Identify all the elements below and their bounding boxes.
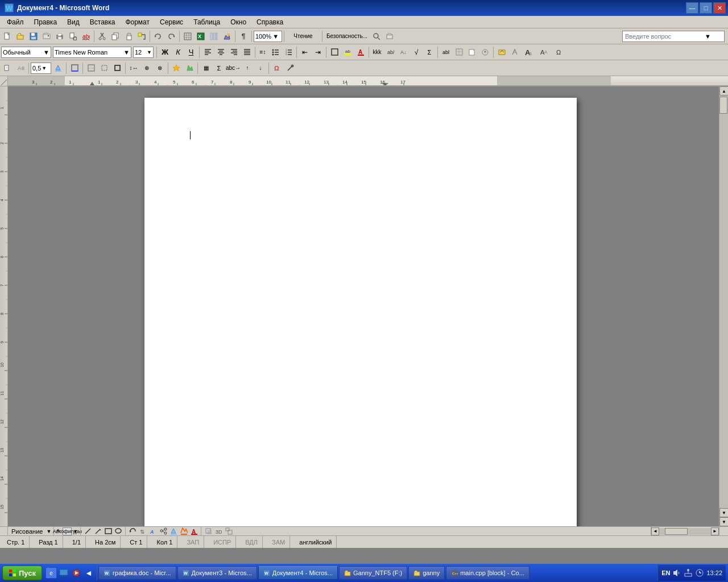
- tb3-btn9[interactable]: [170, 62, 183, 74]
- taskbar-doc3[interactable]: W Документ3 - Micros...: [177, 566, 257, 580]
- print-button[interactable]: [53, 30, 66, 43]
- h-scroll-thumb[interactable]: [665, 528, 688, 535]
- cut-button[interactable]: [96, 30, 109, 43]
- preview-button[interactable]: [67, 30, 79, 43]
- help-dropdown-arrow[interactable]: ▼: [705, 33, 711, 40]
- scroll-right-button[interactable]: ►: [711, 527, 719, 535]
- scroll-thumb[interactable]: [719, 97, 727, 114]
- tb3-btn3[interactable]: [85, 62, 97, 74]
- taskbar-main[interactable]: C++ main.cpp [block] - Co...: [446, 566, 530, 580]
- tb3-btn5[interactable]: [111, 62, 123, 74]
- redo-button[interactable]: [165, 30, 177, 43]
- increase-indent-button[interactable]: ⇥: [312, 46, 324, 59]
- scroll-down-button[interactable]: ▼: [719, 508, 728, 517]
- align-justify-button[interactable]: [241, 46, 253, 59]
- align-center-button[interactable]: [214, 46, 227, 59]
- ellipse-tool[interactable]: [114, 527, 123, 535]
- misc-btn1[interactable]: [383, 30, 396, 43]
- flip-tool[interactable]: ⇅: [138, 527, 147, 535]
- scroll-down2-button[interactable]: ▼: [719, 517, 728, 526]
- taskbar-grafika[interactable]: W графика.doc - Micr...: [98, 566, 176, 580]
- style-arrow[interactable]: ▼: [43, 49, 49, 56]
- fmt-misc3[interactable]: [466, 46, 478, 59]
- menu-insert[interactable]: Вставка: [85, 16, 120, 28]
- scroll-left-button[interactable]: ◄: [651, 527, 659, 535]
- line-spacing-button[interactable]: ≡↕: [257, 46, 268, 59]
- align-right-button[interactable]: [228, 46, 240, 59]
- start-button[interactable]: Пуск: [2, 566, 42, 580]
- fmt-misc1[interactable]: abl: [440, 46, 452, 59]
- quick-arrow[interactable]: ◄: [83, 567, 94, 579]
- tb3-btn8[interactable]: ⊗: [154, 62, 166, 74]
- security-button[interactable]: Безопасность...: [324, 30, 370, 43]
- h-scroll-track[interactable]: [659, 528, 711, 535]
- menu-help[interactable]: Справка: [252, 16, 288, 28]
- font-dropdown[interactable]: Times New Roman ▼: [53, 47, 131, 58]
- line-color-draw-btn[interactable]: [179, 527, 188, 535]
- tb3-btn6[interactable]: ↕↔: [127, 62, 140, 74]
- rect-tool[interactable]: [104, 527, 113, 535]
- drawing-button[interactable]: [221, 30, 233, 43]
- fmt-misc6[interactable]: [508, 46, 521, 59]
- undo-button[interactable]: [152, 30, 164, 43]
- fmt-misc5[interactable]: [495, 46, 508, 59]
- quick-ie[interactable]: e: [46, 567, 57, 579]
- tb3-btn10[interactable]: [183, 62, 196, 74]
- help-input[interactable]: [625, 33, 705, 40]
- size-arrow[interactable]: ▼: [147, 49, 152, 55]
- extra-btn2[interactable]: ab/: [384, 46, 396, 59]
- spell-button[interactable]: abc: [80, 30, 92, 43]
- highlight-button[interactable]: ab: [341, 46, 354, 59]
- border-color-button[interactable]: [68, 62, 81, 74]
- open-button[interactable]: [14, 30, 27, 43]
- fmt-large2[interactable]: AA: [537, 46, 552, 59]
- reading-button[interactable]: Чтение: [286, 30, 320, 43]
- copy-button[interactable]: [109, 30, 122, 43]
- scroll-track[interactable]: [719, 95, 728, 508]
- extra-btn4[interactable]: √: [410, 46, 423, 59]
- font-arrow[interactable]: ▼: [123, 49, 130, 56]
- extra-btn1[interactable]: kkk: [371, 46, 383, 59]
- new-button[interactable]: [1, 30, 14, 43]
- autoshapes-arrow[interactable]: ▼: [73, 529, 78, 534]
- size-dropdown[interactable]: 12 ▼: [133, 47, 154, 58]
- font-color-button[interactable]: A: [354, 46, 367, 59]
- close-button[interactable]: ✕: [713, 2, 726, 14]
- drawing-dropdown-arrow[interactable]: ▼: [46, 529, 51, 534]
- format-painter-button[interactable]: [135, 30, 148, 43]
- quick-media[interactable]: [71, 567, 82, 579]
- insert-wordart-tool[interactable]: A: [148, 527, 158, 535]
- taskbar-ganny2[interactable]: ganny: [408, 566, 445, 580]
- menu-edit[interactable]: Правка: [30, 16, 62, 28]
- extra-btn5[interactable]: Σ: [423, 46, 436, 59]
- tb3-btn11[interactable]: ▦: [200, 62, 212, 74]
- quick-desktop[interactable]: [58, 567, 69, 579]
- arrow-tool[interactable]: [93, 527, 102, 535]
- fmt-omega[interactable]: Ω: [552, 46, 565, 59]
- align-left-button[interactable]: [201, 46, 214, 59]
- menu-window[interactable]: Окно: [226, 16, 251, 28]
- fmt-misc4[interactable]: [479, 46, 491, 59]
- numbering-button[interactable]: 1.2.3.: [282, 46, 295, 59]
- tb3-btn7[interactable]: ⊕: [140, 62, 153, 74]
- tb3-btn2[interactable]: A⊗: [14, 62, 27, 74]
- insert-diagram-tool[interactable]: [159, 527, 168, 535]
- tb3-btn4[interactable]: [98, 62, 110, 74]
- tb3-btn16[interactable]: Ω: [271, 62, 283, 74]
- 3d-btn[interactable]: 3D: [214, 527, 223, 535]
- tb3-btn17[interactable]: [284, 62, 296, 74]
- tb3-btn14[interactable]: ↑: [241, 62, 254, 74]
- line-width-arrow[interactable]: ▼: [42, 65, 47, 71]
- excel-button[interactable]: X: [195, 30, 207, 43]
- font-color-draw-btn[interactable]: A: [189, 527, 198, 535]
- underline-button[interactable]: Ч: [185, 46, 197, 59]
- menu-view[interactable]: Вид: [63, 16, 84, 28]
- zoom-dropdown-arrow[interactable]: ▼: [272, 33, 279, 40]
- table-button[interactable]: [181, 30, 194, 43]
- menu-file[interactable]: Файл: [2, 16, 28, 28]
- autoshapes-button[interactable]: Автофигуры: [63, 527, 72, 535]
- fmt-large1[interactable]: Aa: [522, 46, 536, 59]
- doc-scroll-area[interactable]: [8, 86, 719, 526]
- show-hide-button[interactable]: ¶: [237, 30, 250, 43]
- italic-button[interactable]: К: [172, 46, 184, 59]
